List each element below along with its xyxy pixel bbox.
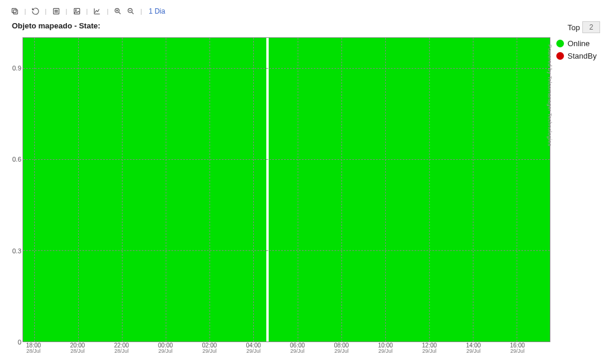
- top-control: Top: [554, 21, 600, 33]
- x-tick: 10:0029/Jul: [378, 342, 393, 355]
- legend-item[interactable]: StandBy: [556, 51, 600, 60]
- grid-line: [473, 38, 473, 342]
- svg-rect-0: [14, 10, 18, 14]
- period-label[interactable]: 1 Dia: [146, 7, 165, 15]
- x-tick: 18:0028/Jul: [26, 342, 41, 355]
- series-fill: [23, 38, 266, 342]
- top-input[interactable]: [582, 21, 600, 33]
- grid-line: [166, 38, 166, 342]
- x-tick: 20:0028/Jul: [70, 342, 85, 355]
- chart[interactable]: 00.30.60.9 18:0028/Jul20:0028/Jul22:0028…: [6, 31, 550, 360]
- line-chart-icon[interactable]: [92, 6, 102, 17]
- grid-line: [34, 38, 35, 342]
- zoom-in-icon[interactable]: [112, 6, 123, 17]
- separator: |: [138, 8, 144, 15]
- y-tick: 0.9: [12, 65, 21, 72]
- grid-line: [298, 38, 298, 342]
- svg-rect-1: [12, 8, 16, 12]
- x-tick: 00:0029/Jul: [158, 342, 173, 355]
- grid-line: [385, 38, 386, 342]
- separator: |: [22, 8, 28, 15]
- x-tick: 16:0029/Jul: [510, 342, 525, 355]
- separator: |: [64, 8, 69, 15]
- grid-line: [23, 159, 550, 160]
- x-tick: 06:0029/Jul: [290, 342, 305, 355]
- chart-title: Objeto mapeado - State:: [6, 21, 550, 31]
- x-tick: 12:0029/Jul: [422, 342, 437, 355]
- y-tick: 0: [18, 339, 21, 346]
- svg-rect-6: [74, 8, 79, 14]
- top-label: Top: [568, 23, 580, 32]
- plot-area[interactable]: [22, 37, 550, 342]
- legend-swatch: [556, 40, 564, 47]
- refresh-icon[interactable]: [30, 6, 41, 17]
- legend: OnlineStandBy: [554, 39, 600, 60]
- x-tick: 04:0029/Jul: [246, 342, 261, 355]
- y-axis: 00.30.60.9: [6, 37, 22, 342]
- grid-line: [429, 38, 430, 342]
- svg-point-7: [75, 9, 76, 11]
- separator: |: [85, 8, 90, 15]
- grid-line: [253, 38, 254, 342]
- grid-line: [517, 38, 517, 342]
- legend-label: Online: [568, 39, 590, 48]
- legend-item[interactable]: Online: [556, 39, 600, 48]
- legend-label: StandBy: [568, 51, 597, 60]
- image-icon[interactable]: [72, 6, 82, 17]
- grid-line: [78, 38, 79, 342]
- list-icon[interactable]: [51, 6, 62, 17]
- grid-line: [209, 38, 210, 342]
- grid-line: [23, 250, 550, 251]
- toolbar: | | | | | | 1 Dia: [6, 5, 600, 21]
- grid-line: [122, 38, 123, 342]
- separator: |: [43, 8, 49, 15]
- svg-line-13: [132, 12, 134, 14]
- x-tick: 22:0028/Jul: [114, 342, 129, 355]
- grid-line: [23, 68, 550, 69]
- separator: |: [105, 8, 110, 15]
- svg-line-9: [119, 12, 121, 14]
- legend-swatch: [556, 52, 564, 60]
- y-tick: 0.3: [12, 247, 21, 255]
- x-tick: 02:0029/Jul: [202, 342, 217, 355]
- x-tick: 08:0029/Jul: [334, 342, 349, 355]
- grid-line: [341, 38, 342, 342]
- x-tick: 14:0029/Jul: [466, 342, 481, 355]
- x-axis: 18:0028/Jul20:0028/Jul22:0028/Jul00:0029…: [22, 342, 550, 360]
- series-fill: [269, 38, 550, 342]
- copy-icon[interactable]: [9, 6, 20, 17]
- y-tick: 0.6: [12, 156, 21, 163]
- zoom-out-icon[interactable]: [125, 6, 136, 17]
